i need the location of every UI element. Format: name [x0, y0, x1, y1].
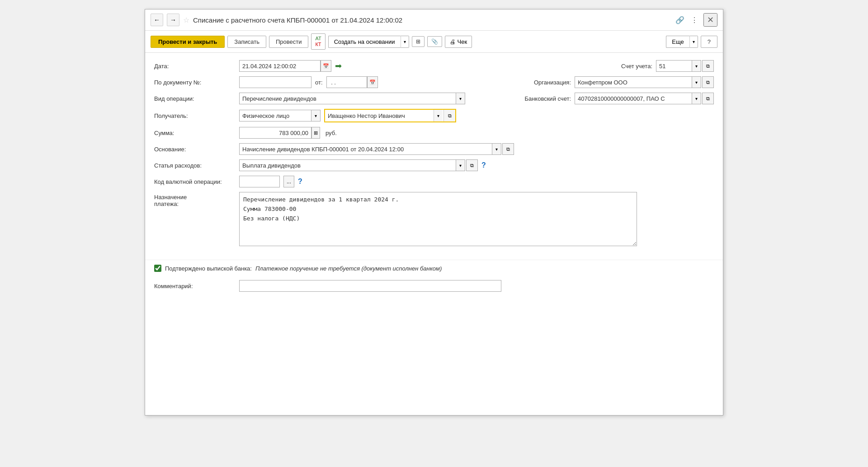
kt-label: КТ — [315, 42, 321, 47]
recipient-name-input[interactable] — [325, 110, 434, 121]
more-main-button[interactable]: Еще — [666, 36, 689, 48]
bank-account-label: Банковский счет: — [512, 95, 571, 102]
currency-label: руб. — [326, 130, 337, 136]
expense-dropdown-button[interactable]: ▾ — [456, 159, 465, 171]
optype-input-group: ▾ — [239, 93, 465, 104]
save-button[interactable]: Записать — [227, 36, 266, 48]
more-menu-icon[interactable]: ⋮ — [689, 14, 700, 25]
create-based-button-group: Создать на основании ▾ — [328, 36, 409, 48]
cheque-icon: 🖨 — [450, 38, 456, 45]
optype-input[interactable] — [239, 93, 456, 104]
expense-copy-button[interactable]: ⧉ — [466, 159, 478, 171]
toolbar: Провести и закрыть Записать Провести АТ … — [145, 31, 723, 53]
date-row: Дата: 📅 ➡ Счет учета: ▾ ⧉ — [154, 60, 714, 72]
payment-purpose-row: Назначениеплатежа: Перечисление дивиденд… — [154, 192, 714, 246]
amount-input-group: ⊞ — [239, 127, 320, 139]
expense-input[interactable] — [239, 159, 456, 171]
recipient-name-copy-button[interactable]: ⧉ — [443, 110, 455, 121]
title-bar: ← → ☆ Списание с расчетного счета КПБП-0… — [145, 9, 723, 31]
date-calendar-button[interactable]: 📅 — [321, 60, 331, 72]
date-input-group: 📅 — [239, 60, 331, 72]
create-based-dropdown-button[interactable]: ▾ — [401, 36, 409, 48]
bank-account-copy-button[interactable]: ⧉ — [702, 93, 714, 104]
confirm-label: Подтверждено выпиской банка: — [165, 265, 252, 272]
window-title: Списание с расчетного счета КПБП-000001 … — [193, 16, 671, 24]
doc-date-group: 📅 — [326, 76, 378, 88]
optype-dropdown-button[interactable]: ▾ — [456, 93, 465, 104]
form-area: Дата: 📅 ➡ Счет учета: ▾ ⧉ По документу №… — [145, 53, 723, 258]
org-copy-button[interactable]: ⧉ — [702, 76, 714, 88]
currency-code-help-icon[interactable]: ? — [298, 177, 302, 186]
table-icon-button[interactable]: ⊞ — [412, 36, 425, 47]
basis-label: Основание: — [154, 146, 236, 153]
expense-row: Статья расходов: ▾ ⧉ ? — [154, 159, 714, 171]
basis-dropdown-button[interactable]: ▾ — [492, 143, 501, 155]
expense-label: Статья расходов: — [154, 162, 236, 169]
currency-code-row: Код валютной операции: ... ? — [154, 176, 714, 187]
doc-date-input[interactable] — [326, 76, 367, 88]
from-label: от: — [315, 79, 323, 86]
account-input[interactable] — [656, 60, 692, 72]
favorite-star-icon[interactable]: ☆ — [183, 16, 189, 24]
payment-purpose-textarea[interactable]: Перечисление дивидендов за 1 квартал 202… — [239, 192, 637, 246]
amount-calculator-button[interactable]: ⊞ — [311, 127, 320, 139]
confirm-checkbox[interactable] — [154, 265, 161, 272]
recipient-name-group: ▾ ⧉ — [324, 109, 456, 122]
docnum-input[interactable] — [239, 76, 311, 88]
recipient-type-input[interactable] — [239, 110, 311, 121]
basis-row: Основание: ▾ ⧉ — [154, 143, 714, 155]
cheque-button[interactable]: 🖨 Чек — [445, 36, 472, 48]
help-button[interactable]: ? — [701, 36, 717, 48]
create-based-main-button[interactable]: Создать на основании — [328, 36, 401, 48]
org-section: Организация: ▾ ⧉ — [517, 76, 714, 88]
attachment-icon-button[interactable]: 📎 — [427, 36, 442, 47]
post-and-close-button[interactable]: Провести и закрыть — [151, 36, 225, 48]
date-input[interactable] — [239, 60, 321, 72]
payment-purpose-label: Назначениеплатежа: — [154, 192, 236, 207]
amount-input[interactable] — [239, 127, 311, 139]
comment-input[interactable] — [239, 280, 501, 292]
forward-button[interactable]: → — [167, 14, 179, 26]
account-copy-button[interactable]: ⧉ — [702, 60, 714, 72]
account-section: Счет учета: ▾ ⧉ — [598, 60, 714, 72]
doc-date-calendar-button[interactable]: 📅 — [367, 76, 378, 88]
org-dropdown-button[interactable]: ▾ — [692, 76, 701, 88]
basis-copy-button[interactable]: ⧉ — [502, 143, 514, 155]
recipient-name-dropdown-button[interactable]: ▾ — [434, 110, 443, 121]
main-window: ← → ☆ Списание с расчетного счета КПБП-0… — [145, 9, 723, 416]
confirm-row: Подтверждено выпиской банка: Платежное п… — [145, 260, 723, 276]
bank-account-dropdown-button[interactable]: ▾ — [692, 93, 701, 104]
basis-input-group: ▾ ⧉ — [239, 143, 514, 155]
optype-row: Вид операции: ▾ Банковский счет: ▾ ⧉ — [154, 93, 714, 104]
recipient-type-group: ▾ — [239, 110, 321, 121]
close-button[interactable]: ✕ — [703, 13, 717, 27]
currency-code-label: Код валютной операции: — [154, 178, 236, 185]
cheque-label: Чек — [458, 38, 467, 45]
title-actions: 🔗 ⋮ ✕ — [675, 13, 717, 27]
recipient-type-dropdown-button[interactable]: ▾ — [311, 110, 321, 121]
post-button[interactable]: Провести — [269, 36, 309, 48]
currency-code-input[interactable] — [239, 176, 280, 187]
atkt-button[interactable]: АТ КТ — [311, 33, 325, 50]
back-button[interactable]: ← — [151, 14, 163, 26]
optype-label: Вид операции: — [154, 95, 236, 102]
org-label: Организация: — [517, 79, 571, 86]
comment-label: Комментарий: — [154, 283, 236, 290]
more-dropdown-button[interactable]: ▾ — [689, 36, 698, 48]
account-label: Счет учета: — [598, 63, 652, 70]
docnum-label: По документу №: — [154, 79, 236, 86]
link-icon[interactable]: 🔗 — [675, 14, 685, 25]
date-label: Дата: — [154, 63, 236, 70]
account-dropdown-button[interactable]: ▾ — [692, 60, 701, 72]
account-input-group: ▾ ⧉ — [656, 60, 714, 72]
green-arrow-icon[interactable]: ➡ — [335, 61, 342, 71]
docnum-row: По документу №: от: 📅 Организация: ▾ ⧉ — [154, 76, 714, 88]
org-input[interactable] — [575, 76, 692, 88]
recipient-row: Получатель: ▾ ▾ ⧉ — [154, 109, 714, 122]
currency-code-ellipsis-button[interactable]: ... — [283, 176, 294, 187]
expense-input-group: ▾ ⧉ — [239, 159, 478, 171]
bank-account-input-group: ▾ ⧉ — [575, 93, 714, 104]
expense-help-icon[interactable]: ? — [481, 161, 486, 169]
bank-account-input[interactable] — [575, 93, 692, 104]
basis-input[interactable] — [239, 143, 492, 155]
